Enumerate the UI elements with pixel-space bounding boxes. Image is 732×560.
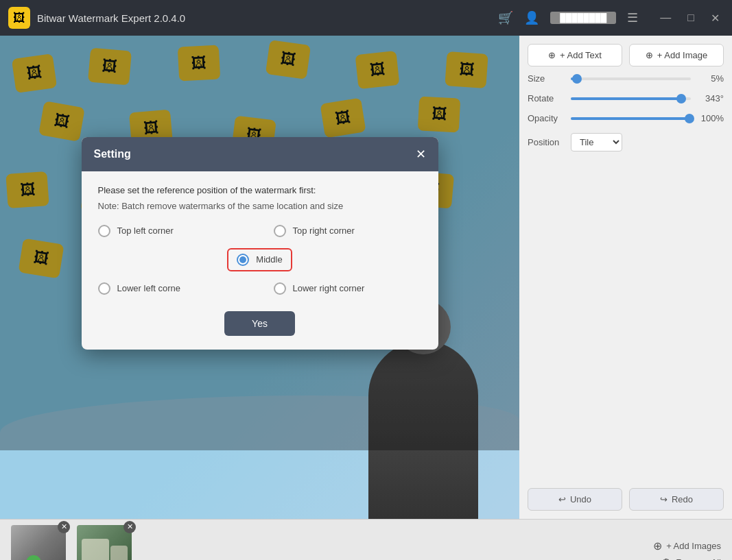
undo-redo-row: ↩ Undo ↪ Redo <box>528 488 724 511</box>
lower-left-radio[interactable] <box>98 282 110 295</box>
strip-actions: ⊕ + Add Images 🗑 Remove All <box>653 539 721 561</box>
title-bar-icons: 🛒 👤 ████████ ☰ <box>498 10 638 25</box>
size-label: Size <box>528 73 565 84</box>
thumbnail-1: ✓ ✕ how.jpg <box>11 525 66 561</box>
size-slider-row: Size 5% <box>528 73 724 84</box>
middle-option[interactable]: Middle <box>227 248 292 271</box>
thumb-image-2[interactable] <box>77 525 132 561</box>
app-logo: 🖼 <box>8 7 30 29</box>
right-panel: ⊕ + Add Text ⊕ + Add Image Size 5% Rotat… <box>519 36 732 519</box>
opacity-slider-fill <box>571 117 691 120</box>
opacity-label: Opacity <box>528 113 565 123</box>
modal-overlay: Setting ✕ Please set the reference posit… <box>0 36 519 450</box>
top-left-label: Top left corner <box>117 226 174 236</box>
remove-all-button[interactable]: 🗑 Remove All <box>661 557 721 561</box>
yes-button[interactable]: Yes <box>224 311 295 336</box>
modal-header: Setting ✕ <box>82 137 438 171</box>
modal-note: Note: Batch remove watermarks of the sam… <box>98 201 422 211</box>
middle-label: Middle <box>256 254 282 265</box>
plus-icon: ⊕ <box>646 50 653 60</box>
rotate-slider-thumb[interactable] <box>676 94 686 104</box>
top-left-radio[interactable] <box>98 225 110 237</box>
top-right-option[interactable]: Top right corner <box>274 225 422 237</box>
opacity-slider-track[interactable] <box>571 117 691 120</box>
title-bar: 🖼 Bitwar Watermark Expert 2.0.4.0 🛒 👤 ██… <box>0 0 732 36</box>
close-button[interactable]: ✕ <box>707 10 724 26</box>
thumb-close-1[interactable]: ✕ <box>58 521 70 533</box>
middle-radio[interactable] <box>237 254 249 266</box>
cart-icon[interactable]: 🛒 <box>498 10 513 25</box>
position-options-grid: Top left corner Top right corner Middle … <box>98 225 422 295</box>
opacity-slider-thumb[interactable] <box>685 114 694 123</box>
plus-circle-icon: ⊕ <box>653 539 662 552</box>
lower-left-label: Lower left corne <box>117 283 181 293</box>
redo-button[interactable]: ↪ Redo <box>629 488 724 511</box>
size-slider-thumb[interactable] <box>572 74 582 84</box>
thumb-close-2[interactable]: ✕ <box>123 521 136 533</box>
thumb-image-1[interactable] <box>11 525 66 561</box>
size-slider-track[interactable] <box>571 77 691 80</box>
add-image-button[interactable]: ⊕ + Add Image <box>629 44 724 66</box>
lower-right-radio[interactable] <box>274 282 286 295</box>
redo-icon: ↪ <box>660 494 668 504</box>
top-left-option[interactable]: Top left corner <box>98 225 246 237</box>
add-images-button[interactable]: ⊕ + Add Images <box>653 539 721 552</box>
user-icon[interactable]: 👤 <box>524 10 539 25</box>
size-value: 5% <box>696 73 724 84</box>
plus-icon: ⊕ <box>548 50 556 60</box>
user-info: ████████ <box>550 12 616 24</box>
rotate-slider-fill <box>571 97 681 100</box>
panel-top-buttons: ⊕ + Add Text ⊕ + Add Image <box>528 44 724 66</box>
undo-button[interactable]: ↩ Undo <box>528 488 622 511</box>
undo-icon: ↩ <box>558 494 566 504</box>
app-title: Bitwar Watermark Expert 2.0.4.0 <box>37 12 491 24</box>
position-select[interactable]: Tile Single <box>571 133 622 151</box>
rotate-slider-track[interactable] <box>571 97 691 100</box>
rotate-value: 343° <box>696 93 724 104</box>
trash-icon: 🗑 <box>661 557 672 561</box>
opacity-value: 100% <box>696 113 724 123</box>
modal-title: Setting <box>94 148 131 160</box>
position-dropdown-row: Position Tile Single <box>528 133 724 151</box>
modal-instruction: Please set the reference position of the… <box>98 185 422 195</box>
top-right-radio[interactable] <box>274 225 286 237</box>
thumbnail-2: ✕ Photo Edit.jpg <box>77 525 132 561</box>
add-text-button[interactable]: ⊕ + Add Text <box>528 44 622 66</box>
window-controls: — □ ✕ <box>656 10 724 26</box>
rotate-slider-row: Rotate 343° <box>528 93 724 104</box>
menu-icon[interactable]: ☰ <box>627 10 638 25</box>
rotate-label: Rotate <box>528 93 565 104</box>
top-right-label: Top right corner <box>293 226 355 236</box>
bottom-image-strip: ✓ ✕ how.jpg ✕ Photo Edit.jpg ⊕ + Add Ima… <box>0 519 732 560</box>
lower-right-option[interactable]: Lower right corner <box>274 282 422 295</box>
modal-body: Please set the reference position of the… <box>82 171 438 350</box>
maximize-button[interactable]: □ <box>683 10 698 26</box>
setting-modal: Setting ✕ Please set the reference posit… <box>82 137 438 350</box>
opacity-slider-row: Opacity 100% <box>528 113 724 123</box>
lower-right-label: Lower right corner <box>293 283 365 293</box>
minimize-button[interactable]: — <box>656 10 675 26</box>
lower-left-option[interactable]: Lower left corne <box>98 282 246 295</box>
modal-close-button[interactable]: ✕ <box>416 147 426 162</box>
position-label: Position <box>528 137 565 147</box>
